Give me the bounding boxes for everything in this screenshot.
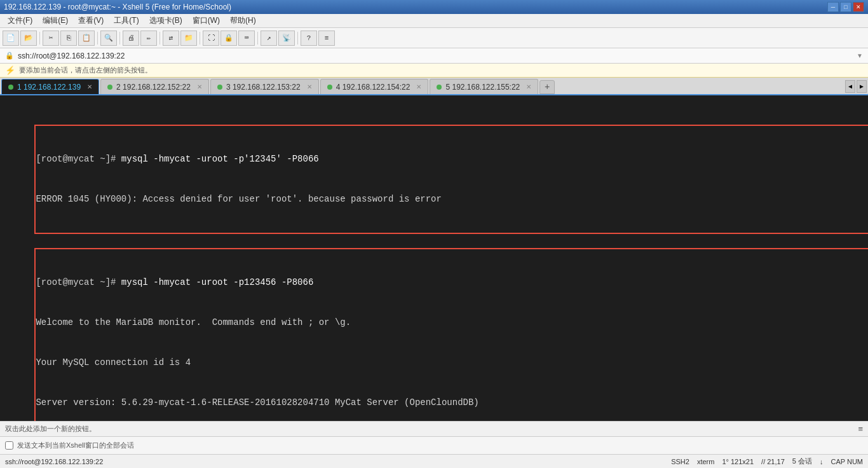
address-bar: 🔒 ssh://root@192.168.122.139:22 ▼ bbox=[0, 48, 868, 64]
send-bar: 发送文本到当前Xshell窗口的全部会话 bbox=[0, 436, 868, 454]
print-button[interactable]: 🖨 bbox=[123, 31, 139, 46]
tab-3[interactable]: 3 192.168.122.153:22 ✕ bbox=[210, 79, 319, 94]
tab-close-1[interactable]: ✕ bbox=[87, 83, 92, 90]
tab-label-1: 1 192.168.122.139 bbox=[17, 83, 81, 92]
menu-edit[interactable]: 编辑(E) bbox=[37, 14, 73, 27]
keyboard-button[interactable]: ⌨ bbox=[238, 31, 255, 46]
tab-bar: 1 192.168.122.139 ✕ 2 192.168.122.152:22… bbox=[0, 78, 868, 95]
separator-2 bbox=[97, 32, 98, 45]
open-button[interactable]: 📂 bbox=[20, 31, 37, 46]
address-text: ssh://root@192.168.122.139:22 bbox=[18, 52, 857, 60]
tab-5[interactable]: 5 192.168.122.155:22 ✕ bbox=[430, 79, 538, 94]
status-right: SSH2 xterm 1° 121x21 // 21,17 5 会话 ↓ CAP… bbox=[671, 457, 863, 466]
separator-3 bbox=[119, 32, 120, 45]
tab-close-2[interactable]: ✕ bbox=[197, 83, 202, 90]
terminal-container[interactable]: [root@mycat ~]# mysql -hmycat -uroot -p'… bbox=[0, 95, 868, 421]
new-tab-button[interactable]: + bbox=[539, 80, 555, 94]
tab-close-4[interactable]: ✕ bbox=[416, 83, 421, 90]
tab-close-5[interactable]: ✕ bbox=[526, 83, 531, 90]
tab-4[interactable]: 4 192.168.122.154:22 ✕ bbox=[320, 79, 429, 94]
connection-status: ssh://root@192.168.122.139:22 bbox=[5, 458, 103, 465]
menu-file[interactable]: 文件(F) bbox=[3, 14, 37, 27]
extra-button[interactable]: ≡ bbox=[318, 31, 335, 46]
window-controls: ─ □ ✕ bbox=[827, 2, 864, 12]
bottom-hint-bar: 双击此处添加一个新的按钮。 ≡ bbox=[0, 421, 868, 436]
arrow-down-icon[interactable]: ↓ bbox=[820, 458, 824, 465]
tab-dot-4 bbox=[327, 85, 332, 90]
tab-close-3[interactable]: ✕ bbox=[307, 83, 312, 90]
tab-dot-3 bbox=[217, 85, 222, 90]
caps-num-label: CAP NUM bbox=[831, 458, 863, 465]
separator-1 bbox=[39, 32, 40, 45]
separator-6 bbox=[257, 32, 258, 45]
hint-bar: ⚡ 要添加当前会话，请点击左侧的箭头按钮。 bbox=[0, 64, 868, 78]
sessions-count: 5 会话 bbox=[792, 457, 812, 466]
menu-bar: 文件(F) 编辑(E) 查看(V) 工具(T) 选项卡(B) 窗口(W) 帮助(… bbox=[0, 14, 868, 28]
send-keystrokes-button[interactable]: ↗ bbox=[261, 31, 277, 46]
tab-label-2: 2 192.168.122.152:22 bbox=[116, 83, 191, 92]
hint-text: 要添加当前会话，请点击左侧的箭头按钮。 bbox=[19, 65, 152, 75]
menu-tabs[interactable]: 选项卡(B) bbox=[144, 14, 187, 27]
tab-2[interactable]: 2 192.168.122.152:22 ✕ bbox=[100, 79, 209, 94]
separator-7 bbox=[297, 32, 298, 45]
tab-label-4: 4 192.168.122.154:22 bbox=[336, 83, 410, 92]
minimize-button[interactable]: ─ bbox=[827, 2, 839, 12]
lock-icon: 🔒 bbox=[5, 52, 14, 60]
term-label: xterm bbox=[697, 458, 715, 465]
separator-5 bbox=[200, 32, 200, 45]
menu-icon[interactable]: ≡ bbox=[858, 424, 863, 434]
tab-label-3: 3 192.168.122.153:22 bbox=[226, 83, 301, 92]
transfer-button[interactable]: ⇄ bbox=[163, 31, 179, 46]
toolbar: 📄 📂 ✂ ⎘ 📋 🔍 🖨 ✏ ⇄ 📁 ⛶ 🔒 ⌨ ↗ 📡 ? ≡ bbox=[0, 28, 868, 48]
find-button[interactable]: 🔍 bbox=[100, 31, 117, 46]
copy-button[interactable]: ⎘ bbox=[60, 31, 77, 46]
menu-window[interactable]: 窗口(W) bbox=[187, 14, 225, 27]
separator-4 bbox=[159, 32, 160, 45]
window-title: 192.168.122.139 - root@mycat:~ - Xshell … bbox=[4, 3, 827, 11]
warning-icon: ⚡ bbox=[5, 65, 15, 75]
cursor-pos: // 21,17 bbox=[761, 458, 785, 465]
maximize-button[interactable]: □ bbox=[840, 2, 851, 12]
compose-button[interactable]: ✏ bbox=[140, 31, 157, 46]
term-size: 1° 121x21 bbox=[722, 458, 754, 465]
cut-button[interactable]: ✂ bbox=[43, 31, 59, 46]
dropdown-arrow-icon[interactable]: ▼ bbox=[857, 52, 863, 59]
lock-button[interactable]: 🔒 bbox=[220, 31, 237, 46]
tab-dot-5 bbox=[437, 85, 442, 90]
fullscreen-button[interactable]: ⛶ bbox=[203, 31, 219, 46]
new-session-button[interactable]: 📄 bbox=[3, 31, 19, 46]
tab-prev-button[interactable]: ◀ bbox=[845, 80, 855, 93]
terminal-output: [root@mycat ~]# mysql -hmycat -uroot -p'… bbox=[3, 98, 863, 421]
tab-dot-1 bbox=[8, 85, 13, 90]
menu-help[interactable]: 帮助(H) bbox=[225, 14, 261, 27]
menu-tools[interactable]: 工具(T) bbox=[109, 14, 144, 27]
tab-label-5: 5 192.168.122.155:22 bbox=[445, 83, 520, 92]
ssh-label: SSH2 bbox=[671, 458, 689, 465]
send-text-label: 发送文本到当前Xshell窗口的全部会话 bbox=[17, 441, 863, 450]
tab-1[interactable]: 1 192.168.122.139 ✕ bbox=[1, 79, 99, 94]
bottom-hint-text: 双击此处添加一个新的按钮。 bbox=[5, 424, 96, 434]
broadcast-checkbox[interactable] bbox=[5, 441, 13, 450]
title-bar: 192.168.122.139 - root@mycat:~ - Xshell … bbox=[0, 0, 868, 14]
menu-view[interactable]: 查看(V) bbox=[73, 14, 109, 27]
help-button[interactable]: ? bbox=[301, 31, 317, 46]
broadcast-button[interactable]: 📡 bbox=[278, 31, 295, 46]
sftp-button[interactable]: 📁 bbox=[180, 31, 197, 46]
paste-button[interactable]: 📋 bbox=[78, 31, 95, 46]
tab-dot-2 bbox=[107, 85, 112, 90]
status-bar: ssh://root@192.168.122.139:22 SSH2 xterm… bbox=[0, 454, 868, 468]
tab-nav: ◀ ▶ bbox=[845, 80, 867, 94]
tab-next-button[interactable]: ▶ bbox=[857, 80, 867, 93]
close-button[interactable]: ✕ bbox=[853, 2, 864, 12]
